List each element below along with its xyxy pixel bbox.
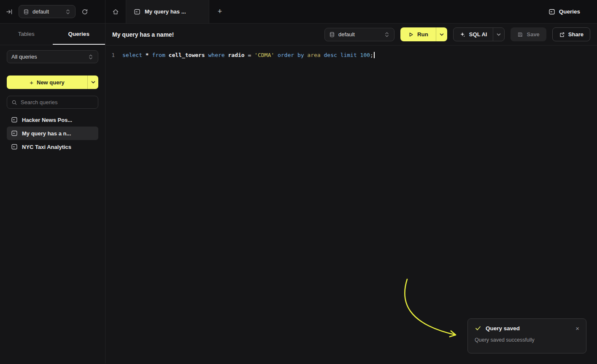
query-item-label: My query has a n... <box>22 130 71 137</box>
chevron-updown-icon <box>88 54 94 60</box>
code-token <box>294 52 297 58</box>
toast-message: Query saved successfully <box>475 337 579 343</box>
code-token <box>165 52 169 58</box>
code-token: ; <box>370 52 373 58</box>
save-icon <box>517 32 523 38</box>
code-token: * <box>146 52 149 58</box>
share-icon <box>559 32 565 38</box>
collapse-sidebar-icon <box>6 8 13 15</box>
code-token: by <box>297 52 304 58</box>
sidebar-tabs: Tables Queries <box>0 24 105 45</box>
topbar-tabs: My query has ... + <box>105 0 226 23</box>
home-icon <box>112 8 119 15</box>
tab-queries[interactable]: Queries <box>53 24 105 45</box>
code-token <box>251 52 254 58</box>
query-list: Hacker News Pos...My query has a n...NYC… <box>7 113 98 154</box>
query-icon <box>11 116 18 123</box>
toast-query-saved: Query saved × Query saved successfully <box>467 318 586 353</box>
main-header: My query has a name! default <box>105 24 597 46</box>
collapse-sidebar-button[interactable] <box>6 8 13 15</box>
code-token <box>357 52 360 58</box>
topbar-right: Queries <box>548 0 597 23</box>
sidebar: Tables Queries All queries + New query <box>0 24 105 364</box>
query-list-item[interactable]: NYC Taxi Analytics <box>7 140 98 154</box>
chevron-updown-icon <box>65 9 71 15</box>
chevron-down-icon <box>496 32 502 38</box>
code-token <box>205 52 208 58</box>
plus-icon: + <box>30 79 33 86</box>
run-label: Run <box>417 31 428 38</box>
tab-tables[interactable]: Tables <box>0 24 53 45</box>
body-row: Tables Queries All queries + New query <box>0 24 597 364</box>
code-line: select * from cell_towers where radio = … <box>122 52 373 58</box>
query-icon <box>11 143 18 150</box>
topbar-database-selector[interactable]: default <box>19 5 76 18</box>
chevron-down-icon <box>90 79 96 85</box>
toast-header: Query saved × <box>475 325 579 332</box>
line-number: 1 <box>105 52 115 58</box>
sql-ai-button[interactable]: SQL AI <box>454 28 493 41</box>
code-token: radio <box>228 52 244 58</box>
run-button[interactable]: Run <box>400 27 436 41</box>
code-token: order <box>278 52 294 58</box>
home-button[interactable] <box>105 0 126 23</box>
database-icon <box>329 32 335 38</box>
queries-filter-value: All queries <box>11 54 37 60</box>
search-icon <box>11 100 17 105</box>
code-token <box>321 52 324 58</box>
query-item-label: Hacker News Pos... <box>22 117 72 123</box>
query-list-item[interactable]: Hacker News Pos... <box>7 113 98 127</box>
code-token: select <box>122 52 142 58</box>
code-token: area <box>307 52 320 58</box>
toast-title: Query saved <box>486 325 571 332</box>
toast-close-button[interactable]: × <box>575 325 579 332</box>
topbar-database-value: default <box>32 8 49 15</box>
query-item-label: NYC Taxi Analytics <box>22 144 71 150</box>
run-dropdown-button[interactable] <box>436 27 447 41</box>
chevron-down-icon <box>439 32 445 38</box>
queries-filter-select[interactable]: All queries <box>7 50 98 63</box>
code-token: limit <box>340 52 357 58</box>
sql-ai-split-button: SQL AI <box>453 27 505 41</box>
code-token: desc <box>324 52 337 58</box>
query-icon <box>11 130 18 137</box>
topbar: default My query has ... + <box>0 0 597 24</box>
sparkle-icon <box>459 32 465 38</box>
new-query-split-button: + New query <box>7 75 98 89</box>
new-query-button[interactable]: + New query <box>7 75 87 89</box>
main-panel: My query has a name! default <box>105 24 597 364</box>
queries-link-label: Queries <box>559 8 580 15</box>
search-queries-input[interactable] <box>21 99 95 105</box>
query-tab-label: My query has ... <box>145 8 186 15</box>
play-icon <box>408 32 414 38</box>
new-tab-button[interactable]: + <box>213 0 226 23</box>
query-list-item[interactable]: My query has a n... <box>7 127 98 140</box>
editor-database-selector[interactable]: default <box>324 28 394 41</box>
code-token: where <box>208 52 225 58</box>
queries-link[interactable]: Queries <box>548 8 580 15</box>
code-token <box>337 52 340 58</box>
share-label: Share <box>568 31 583 38</box>
sidebar-content: All queries + New query <box>0 45 105 159</box>
code-token <box>274 52 278 58</box>
refresh-icon <box>81 8 88 15</box>
query-tab[interactable]: My query has ... <box>126 0 209 23</box>
save-button[interactable]: Save <box>511 27 546 41</box>
check-icon <box>475 325 481 332</box>
header-actions: default Run <box>324 27 590 41</box>
database-icon <box>23 9 29 15</box>
sql-editor[interactable]: 1 select * from cell_towers where radio … <box>105 46 597 364</box>
text-cursor <box>374 52 375 58</box>
sql-ai-dropdown-button[interactable] <box>493 28 504 41</box>
code-token <box>142 52 146 58</box>
query-icon <box>134 8 140 15</box>
sql-ai-label: SQL AI <box>469 31 487 38</box>
save-label: Save <box>527 31 539 38</box>
refresh-button[interactable] <box>81 8 88 15</box>
share-button[interactable]: Share <box>552 27 590 41</box>
code-row: 1 select * from cell_towers where radio … <box>105 51 597 59</box>
new-query-dropdown-button[interactable] <box>87 75 98 89</box>
code-token: 100 <box>360 52 370 58</box>
query-title: My query has a name! <box>112 31 174 38</box>
queries-icon <box>548 8 555 15</box>
